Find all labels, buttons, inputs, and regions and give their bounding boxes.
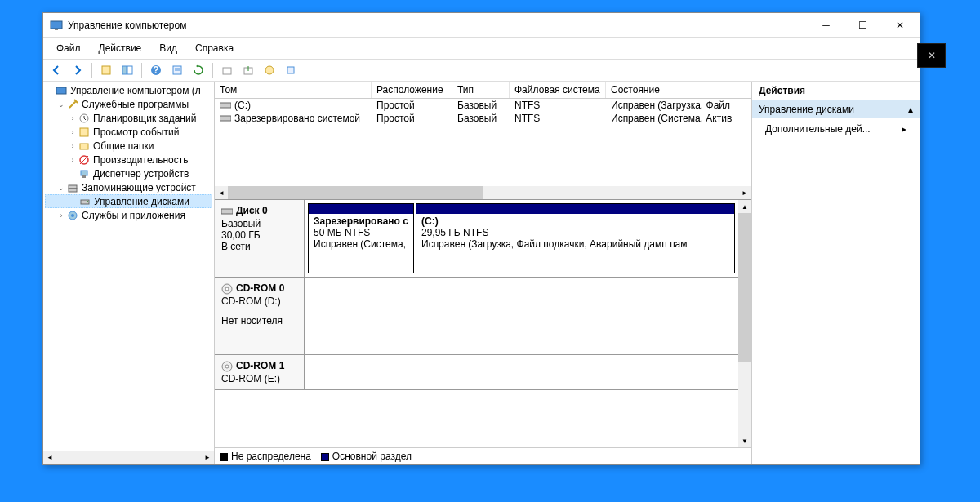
svg-text:?: ? — [153, 64, 158, 76]
properties-button[interactable] — [167, 61, 187, 79]
back-button[interactable] — [47, 61, 66, 79]
svg-rect-19 — [81, 171, 87, 175]
svg-rect-10 — [223, 68, 231, 74]
tree-device-manager[interactable]: Диспетчер устройств — [45, 167, 212, 180]
svg-rect-20 — [82, 175, 86, 178]
col-filesystem[interactable]: Файловая система — [510, 82, 606, 98]
volume-list: Том Расположение Тип Файловая система Со… — [215, 82, 751, 200]
center-pane: Том Расположение Тип Файловая система Со… — [215, 82, 752, 464]
volume-hscrollbar[interactable]: ◄ ► — [215, 186, 751, 199]
col-status[interactable]: Состояние — [606, 82, 751, 98]
tree-disk-management[interactable]: Управление дисками — [45, 194, 212, 208]
close-button[interactable]: ✕ — [881, 14, 918, 37]
computer-icon — [55, 84, 68, 97]
svg-rect-28 — [220, 116, 231, 121]
cdrom-icon — [221, 283, 233, 295]
tree-shared-folders[interactable]: › Общие папки — [45, 139, 212, 153]
expand-icon[interactable]: › — [68, 128, 78, 136]
tree-hscrollbar[interactable]: ◄ ► — [43, 450, 214, 464]
tools-icon — [66, 98, 79, 111]
volume-row[interactable]: (C:) Простой Базовый NTFS Исправен (Загр… — [215, 99, 751, 112]
toolbar-extra4[interactable] — [281, 61, 301, 79]
svg-rect-1 — [55, 29, 58, 30]
tree-scheduler[interactable]: › Планировщик заданий — [45, 111, 212, 125]
svg-point-26 — [71, 214, 74, 217]
menu-action[interactable]: Действие — [91, 39, 150, 57]
svg-rect-14 — [56, 87, 66, 94]
expand-icon[interactable]: › — [68, 114, 78, 122]
disk-row-cdrom0[interactable]: CD-ROM 0 CD-ROM (D:) Нет носителя — [215, 278, 738, 355]
cmd-close-button[interactable]: ✕ — [917, 43, 946, 68]
tree-system-tools[interactable]: ⌄ Служебные программы — [45, 97, 212, 111]
hdd-icon — [221, 207, 233, 215]
expand-icon[interactable]: › — [56, 211, 66, 220]
tree-services[interactable]: › Службы и приложения — [45, 208, 212, 222]
computer-management-window: Управление компьютером ─ ☐ ✕ Файл Действ… — [42, 12, 920, 465]
legend-primary-swatch — [321, 453, 329, 461]
volume-icon — [220, 114, 231, 122]
tree-storage[interactable]: ⌄ Запоминающие устройст — [45, 180, 212, 194]
up-button[interactable] — [96, 61, 116, 79]
cdrom0-info: CD-ROM 0 CD-ROM (D:) Нет носителя — [215, 278, 305, 354]
partition-c[interactable]: (C:) 29,95 ГБ NTFS Исправен (Загрузка, Ф… — [416, 203, 735, 273]
disk-map: Диск 0 Базовый 30,00 ГБ В сети Зарезерви… — [215, 200, 751, 464]
collapse-icon[interactable]: ⌄ — [56, 184, 66, 192]
toolbar-extra3[interactable] — [260, 61, 279, 79]
svg-rect-17 — [80, 144, 88, 149]
menu-view[interactable]: Вид — [151, 39, 185, 57]
svg-point-31 — [225, 287, 229, 291]
arrow-right-icon: ▸ — [902, 123, 906, 135]
actions-more[interactable]: Дополнительные дей... ▸ — [752, 118, 920, 140]
menu-help[interactable]: Справка — [187, 39, 242, 57]
services-icon — [66, 209, 79, 222]
window-title: Управление компьютером — [68, 20, 808, 31]
menu-file[interactable]: Файл — [48, 39, 89, 57]
collapse-icon[interactable]: ⌄ — [56, 100, 66, 109]
navigation-tree-pane: Управление компьютером (л ⌄ Служебные пр… — [43, 82, 215, 464]
performance-icon — [78, 153, 91, 167]
expand-icon[interactable]: › — [68, 156, 78, 164]
expand-icon[interactable]: › — [68, 142, 78, 150]
svg-point-12 — [265, 66, 274, 74]
volume-row[interactable]: Зарезервировано системой Простой Базовый… — [215, 112, 751, 125]
device-icon — [78, 167, 91, 180]
help-button[interactable]: ? — [146, 61, 166, 79]
disk-row-0[interactable]: Диск 0 Базовый 30,00 ГБ В сети Зарезерви… — [215, 200, 738, 278]
volume-icon — [220, 101, 231, 109]
svg-rect-13 — [287, 67, 294, 73]
clock-icon — [78, 112, 91, 125]
legend: Не распределена Основной раздел — [215, 447, 751, 464]
svg-rect-22 — [69, 189, 77, 192]
col-layout[interactable]: Расположение — [372, 82, 452, 98]
svg-rect-0 — [51, 21, 62, 29]
folder-icon — [78, 140, 91, 153]
menubar: Файл Действие Вид Справка — [43, 38, 920, 59]
forward-button[interactable] — [68, 61, 87, 79]
diskmap-vscrollbar[interactable]: ▲ ▼ — [738, 200, 751, 447]
cdrom1-info: CD-ROM 1 CD-ROM (E:) — [215, 355, 305, 389]
disk-row-cdrom1[interactable]: CD-ROM 1 CD-ROM (E:) — [215, 355, 738, 390]
toolbar-extra2[interactable] — [238, 61, 258, 79]
actions-pane: Действия Управление дисками ▴ Дополнител… — [752, 82, 920, 464]
toolbar-extra1[interactable] — [217, 61, 237, 79]
svg-rect-29 — [221, 209, 233, 214]
log-icon — [78, 126, 91, 139]
svg-point-24 — [87, 201, 88, 202]
actions-group-diskmgmt[interactable]: Управление дисками ▴ — [752, 100, 920, 118]
disk0-info: Диск 0 Базовый 30,00 ГБ В сети — [215, 200, 305, 277]
tree-event-viewer[interactable]: › Просмотр событий — [45, 125, 212, 139]
minimize-button[interactable]: ─ — [808, 14, 844, 37]
svg-rect-3 — [122, 66, 127, 74]
col-volume[interactable]: Том — [215, 82, 372, 98]
tree-root[interactable]: Управление компьютером (л — [45, 83, 212, 97]
legend-unallocated-swatch — [220, 453, 228, 461]
app-icon — [50, 19, 63, 32]
col-type[interactable]: Тип — [452, 82, 510, 98]
show-hide-tree-button[interactable] — [118, 61, 137, 79]
refresh-button[interactable] — [189, 61, 208, 79]
maximize-button[interactable]: ☐ — [844, 14, 881, 37]
actions-header: Действия — [752, 82, 920, 100]
tree-performance[interactable]: › Производительность — [45, 153, 212, 167]
toolbar: ? — [43, 59, 920, 82]
partition-system-reserved[interactable]: Зарезервировано с 50 МБ NTFS Исправен (С… — [308, 203, 414, 273]
